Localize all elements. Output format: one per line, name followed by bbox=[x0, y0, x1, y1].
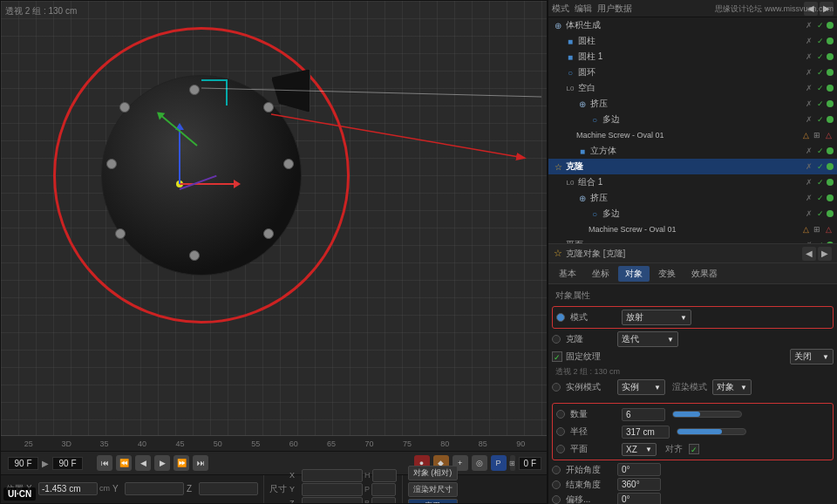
apply-btn[interactable]: 应用 bbox=[408, 499, 458, 505]
tab-object[interactable]: 对象 bbox=[618, 266, 650, 282]
fixtex-label: 固定纹理 bbox=[566, 351, 614, 363]
tab-transform[interactable]: 变换 bbox=[651, 266, 683, 282]
scene-edit-menu[interactable]: 编辑 bbox=[575, 3, 592, 15]
startangle-radio[interactable] bbox=[552, 466, 561, 474]
go-start-btn[interactable]: ⏮ bbox=[97, 455, 112, 471]
plane-label: 平面 bbox=[570, 443, 618, 455]
props-nav-left[interactable]: ◀ bbox=[802, 247, 816, 261]
ruler-mark-25: 25 bbox=[10, 439, 47, 448]
tree-label-cube: 立方体 bbox=[590, 145, 800, 157]
main-container: 25 3D 35 40 45 50 55 60 65 70 75 80 85 9… bbox=[0, 0, 837, 504]
tree-item-cylinder[interactable]: ■ 圆柱 ✗✓ bbox=[548, 33, 837, 49]
size-x-input[interactable] bbox=[302, 469, 363, 482]
tool3-btn[interactable]: P bbox=[491, 455, 507, 471]
play-reverse-btn[interactable]: ◀ bbox=[135, 455, 151, 471]
tree-item-volume[interactable]: ⊕ 体积生成 ✗✓ bbox=[548, 17, 837, 33]
tree-item-torus[interactable]: ○ 圆环 ✗✓ bbox=[548, 65, 837, 80]
endangle-input[interactable] bbox=[617, 478, 661, 491]
instmode-radio[interactable] bbox=[552, 383, 561, 392]
go-end-btn[interactable]: ⏭ bbox=[193, 455, 208, 471]
fixtex-check[interactable]: ✓ bbox=[552, 351, 562, 362]
endangle-radio[interactable] bbox=[552, 480, 561, 489]
count-slider[interactable] bbox=[672, 411, 742, 418]
count-input[interactable] bbox=[622, 408, 665, 421]
current-frame-display[interactable]: 0 F bbox=[519, 457, 541, 470]
align-check[interactable]: ✓ bbox=[689, 444, 699, 454]
props-title-text: 克隆对象 [克隆] bbox=[566, 248, 625, 260]
props-header: ☆ 克隆对象 [克隆] ◀ ▶ bbox=[548, 244, 837, 263]
tree-item-clone[interactable]: ☆ 克隆 ✗✓ bbox=[548, 159, 837, 174]
rendermode-value: 对象 bbox=[717, 381, 734, 393]
clone-dropdown[interactable]: 迭代 ▼ bbox=[617, 331, 678, 347]
fixtex-chevron: ▼ bbox=[822, 353, 829, 361]
size-b-label: B bbox=[364, 499, 370, 504]
tree-icons-poly: ✗✓ bbox=[804, 115, 834, 124]
tool2-btn[interactable]: ◎ bbox=[472, 455, 487, 471]
startangle-row: 开始角度 bbox=[552, 463, 834, 476]
object-relative-btn[interactable]: 对象 (相对) bbox=[408, 466, 458, 480]
tree-label-cylinder1: 圆柱 1 bbox=[578, 51, 800, 63]
radius-input[interactable] bbox=[622, 426, 670, 439]
mode-dropdown[interactable]: 放射 ▼ bbox=[622, 310, 691, 325]
prev-frame-btn[interactable]: ⏪ bbox=[116, 455, 132, 471]
instmode-dropdown[interactable]: 实例 ▼ bbox=[617, 379, 665, 395]
ruler-mark-70: 70 bbox=[350, 439, 388, 448]
obj-props-title: 对象属性 bbox=[552, 288, 834, 303]
plane-dropdown[interactable]: XZ ▼ bbox=[622, 443, 657, 456]
render-size-btn[interactable]: 渲染对尺寸 bbox=[408, 482, 458, 497]
startangle-input[interactable] bbox=[617, 463, 661, 476]
clone-radio[interactable] bbox=[552, 335, 561, 344]
tree-icons-torus: ✗✓ bbox=[804, 68, 834, 77]
ruler-mark-75: 75 bbox=[388, 439, 425, 448]
tree-item-extrude2[interactable]: ⊕ 挤压 ✗✓ bbox=[548, 190, 837, 206]
frame-end-display[interactable]: 90 F bbox=[52, 457, 83, 470]
tree-icon-clone: ☆ bbox=[552, 162, 564, 172]
tree-icon-extrude2: ⊕ bbox=[576, 194, 589, 203]
rot-h-input[interactable] bbox=[372, 469, 397, 482]
tree-item-plane[interactable]: ▭ 平面 ✗✓ bbox=[548, 237, 837, 244]
ruler-mark-60: 60 bbox=[275, 439, 312, 448]
fixtex-value: 关闭 bbox=[794, 351, 812, 363]
ruler-mark-80: 80 bbox=[426, 439, 464, 448]
tab-effectors[interactable]: 效果器 bbox=[684, 266, 725, 282]
tree-item-cylinder1[interactable]: ■ 圆柱 1 ✗✓ bbox=[548, 49, 837, 65]
mode-radio[interactable] bbox=[556, 313, 565, 322]
tree-item-cube[interactable]: ■ 立方体 ✗✓ bbox=[548, 143, 837, 159]
snap-btn[interactable]: ⊞ bbox=[510, 455, 515, 471]
count-radio[interactable] bbox=[556, 410, 565, 419]
tree-item-poly2[interactable]: ○ 多边 ✗✓ bbox=[548, 206, 837, 221]
tree-item-group1[interactable]: L0 组合 1 ✗✓ bbox=[548, 174, 837, 190]
tree-item-screw2[interactable]: Machine Screw - Oval 01 △⊞△ bbox=[548, 221, 837, 237]
tab-coord[interactable]: 坐标 bbox=[585, 266, 616, 282]
tree-item-extrude[interactable]: ⊕ 挤压 ✗✓ bbox=[548, 96, 837, 112]
size-z-input[interactable] bbox=[302, 497, 363, 505]
toolbar-row-params: 位置 X cm Y Z 尺寸 bbox=[1, 475, 548, 503]
tree-item-null[interactable]: L0 空白 ✗✓ bbox=[548, 80, 837, 96]
y-pos-input[interactable] bbox=[125, 482, 184, 495]
tab-basic[interactable]: 基本 bbox=[552, 266, 583, 282]
rendermode-chevron: ▼ bbox=[740, 384, 747, 392]
instmode-chevron: ▼ bbox=[654, 384, 661, 392]
rendermode-dropdown[interactable]: 对象 ▼ bbox=[712, 379, 752, 395]
scene-userdata-menu[interactable]: 用户数据 bbox=[597, 3, 632, 15]
rot-p-input[interactable] bbox=[371, 483, 396, 496]
offset-radio[interactable] bbox=[552, 495, 561, 504]
size-y-input[interactable] bbox=[302, 483, 363, 496]
plane-radio[interactable] bbox=[556, 445, 565, 453]
tree-item-poly[interactable]: ○ 多边 ✗✓ bbox=[548, 112, 837, 127]
tree-item-screw1[interactable]: Machine Screw - Oval 01 △⊞△ bbox=[548, 127, 837, 143]
tree-icon-poly: ○ bbox=[589, 115, 601, 125]
radius-slider[interactable] bbox=[677, 428, 746, 435]
scene-mode-menu[interactable]: 模式 bbox=[552, 3, 569, 15]
radius-radio[interactable] bbox=[556, 427, 565, 436]
x-pos-input[interactable] bbox=[38, 482, 98, 495]
z-pos-input[interactable] bbox=[199, 482, 258, 495]
props-nav-right[interactable]: ▶ bbox=[818, 247, 832, 261]
align-label-text: 对齐 bbox=[665, 443, 683, 455]
frame-start-display[interactable]: 90 F bbox=[8, 457, 38, 470]
fixtex-dropdown[interactable]: 关闭 ▼ bbox=[790, 349, 834, 364]
next-frame-btn[interactable]: ⏩ bbox=[174, 455, 189, 471]
play-btn[interactable]: ▶ bbox=[154, 455, 170, 471]
offset-input[interactable] bbox=[617, 493, 661, 504]
rot-b-input[interactable] bbox=[371, 497, 396, 505]
